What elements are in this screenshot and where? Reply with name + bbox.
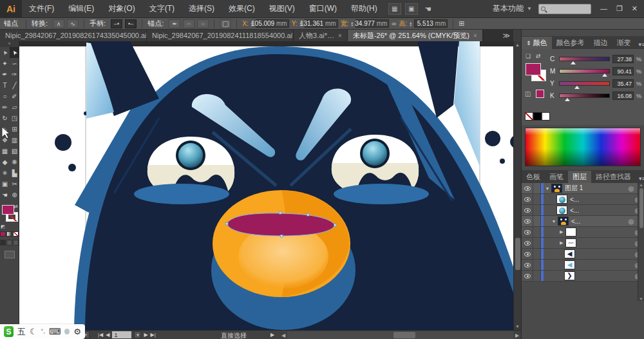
artboard-tool[interactable]: ▣ [0, 179, 10, 189]
dot-shape[interactable] [485, 131, 500, 146]
link-dimensions-icon[interactable]: ∞ [392, 20, 396, 27]
free-transform-tool[interactable]: ◳ [10, 113, 19, 124]
keyboard-icon[interactable]: ⌨ [49, 327, 61, 336]
expand-icon[interactable]: ▶ [558, 240, 565, 246]
lock-toggle[interactable] [533, 249, 541, 259]
selection-tool[interactable]: ➤ [0, 47, 10, 58]
pen-tool[interactable]: ✒ [0, 69, 10, 80]
layer-row-3[interactable]: <... ◎ [522, 205, 644, 216]
dot-shape[interactable] [68, 164, 76, 171]
x-field[interactable]: 105.009 mm [256, 19, 289, 28]
doc-tab-1[interactable]: Nipic_29842067_20190826174335045000.ai* … [0, 30, 147, 41]
doc-tab-2[interactable]: Nipic_29842067_20190824111818554000.ai* … [147, 30, 294, 41]
tab-gradient[interactable]: 渐变 [612, 37, 636, 49]
dot-shape[interactable] [500, 159, 505, 164]
visibility-toggle[interactable] [522, 238, 533, 248]
visibility-toggle[interactable] [522, 183, 533, 193]
layer-row-2[interactable]: <... ◎ [522, 194, 644, 205]
close-icon[interactable]: × [338, 32, 342, 39]
tab-brushes[interactable]: 画笔 [545, 171, 568, 183]
lock-toggle[interactable] [533, 194, 541, 204]
web-cube-icon[interactable]: ◫ [525, 90, 531, 97]
first-artboard-button[interactable]: |◀ [98, 332, 103, 338]
visibility-toggle[interactable] [522, 249, 533, 259]
transform-panel-icon[interactable]: ⊞ [459, 19, 464, 28]
eyedropper-tool[interactable]: ◆ [0, 157, 10, 168]
layer-row-8[interactable]: ◀ ◎ [522, 260, 644, 271]
ellipse-tool[interactable]: ○ [0, 91, 10, 102]
person-icon[interactable] [64, 329, 70, 334]
draw-inside-mode-button[interactable] [13, 240, 19, 246]
moon-icon[interactable]: ☾ [30, 327, 37, 336]
visibility-toggle[interactable] [522, 194, 533, 204]
remove-anchor-button[interactable]: ✒ [169, 19, 180, 28]
dot-shape[interactable] [55, 134, 71, 151]
line-segment-tool[interactable]: ╱ [10, 80, 19, 91]
scroll-up-icon[interactable]: ▲ [514, 41, 521, 48]
tab-swatches[interactable]: 色板 [522, 171, 545, 183]
black-swatch[interactable] [533, 112, 542, 121]
gradient-button[interactable] [6, 231, 12, 237]
hscroll-track[interactable] [287, 331, 513, 339]
expand-icon[interactable]: ▼ [550, 219, 558, 224]
tab-color[interactable]: ⇕ 颜色 [522, 37, 552, 49]
arrange-documents-icon[interactable]: ▣ [405, 3, 418, 15]
canvas-vscrollbar[interactable]: ▲ ▼ [513, 41, 521, 330]
right-cheek-shape[interactable] [334, 184, 429, 204]
lock-toggle[interactable] [533, 183, 541, 193]
visibility-toggle[interactable] [522, 271, 533, 281]
fill-color-swatch[interactable] [2, 205, 14, 215]
visibility-toggle[interactable] [522, 227, 533, 237]
layer-row-6[interactable]: ▶ ᴖᴖ ◎ [522, 238, 644, 249]
height-field[interactable]: 5.513 mm [414, 19, 448, 28]
scroll-left-icon[interactable]: ◀ [279, 333, 287, 338]
isolate-selection-icon[interactable]: ▢ [220, 19, 231, 28]
swap-fill-stroke-icon[interactable]: ⇄ [536, 53, 541, 59]
yellow-value-field[interactable]: 35.47 [612, 79, 634, 88]
menu-type[interactable]: 文字(T) [142, 0, 182, 18]
slice-tool[interactable]: ✂ [10, 179, 19, 189]
bridge-icon[interactable]: ▦ [388, 3, 401, 15]
left-cheek-shape[interactable] [134, 184, 229, 204]
lock-toggle[interactable] [533, 271, 541, 281]
copy-color-icon[interactable]: ❏ [526, 53, 531, 59]
cyan-value-field[interactable]: 27.38 [612, 55, 634, 63]
close-button[interactable]: ✕ [632, 5, 638, 13]
lock-toggle[interactable] [533, 205, 541, 215]
minimize-button[interactable]: — [600, 5, 607, 13]
panel-menu-icon[interactable]: ▾≡ [636, 40, 644, 49]
menu-help[interactable]: 帮助(H) [344, 0, 384, 18]
next-artboard-button[interactable]: ▶ [144, 332, 147, 338]
draw-behind-mode-button[interactable] [6, 240, 12, 246]
none-swatch[interactable] [525, 112, 533, 121]
curvature-tool[interactable]: ✑ [10, 69, 19, 80]
graph-tool[interactable]: ▙ [10, 168, 19, 179]
show-handles-button[interactable]: –• [111, 19, 122, 28]
tab-layers[interactable]: 图层 [568, 171, 591, 183]
tab-overflow-icon[interactable]: ≫ [499, 30, 513, 41]
y-field[interactable]: 131.361 mm [305, 19, 338, 28]
scroll-right-icon[interactable]: ▶ [513, 333, 521, 338]
artboard-number-field[interactable]: 1 [112, 331, 131, 338]
restore-button[interactable]: ❐ [616, 5, 623, 13]
pencil-tool[interactable]: ✏ [0, 102, 10, 113]
swap-fill-stroke-icon[interactable]: ⇄ [14, 204, 18, 209]
search-input[interactable] [538, 4, 591, 14]
cyan-slider[interactable] [559, 57, 610, 61]
hide-handles-button[interactable]: •– [125, 19, 137, 28]
expand-icon[interactable]: ▼ [544, 186, 551, 191]
magenta-value-field[interactable]: 90.41 [612, 67, 634, 75]
layer-row-5[interactable]: ▶ ◎ [522, 227, 644, 238]
tab-color-guide[interactable]: 颜色参考 [552, 37, 589, 49]
cut-path-button[interactable]: ✂ [183, 19, 194, 28]
scroll-down-icon[interactable]: ▼ [514, 323, 521, 330]
magenta-slider[interactable] [559, 69, 610, 73]
menu-file[interactable]: 文件(F) [22, 0, 61, 18]
target-icon[interactable]: ◎ [626, 185, 636, 192]
draw-normal-mode-button[interactable] [0, 240, 6, 246]
hscroll-thumb[interactable] [393, 332, 415, 338]
lock-toggle[interactable] [533, 227, 541, 237]
prev-artboard-button[interactable]: ◀ [106, 332, 109, 338]
black-slider[interactable] [559, 93, 610, 98]
visibility-toggle[interactable] [522, 216, 533, 226]
